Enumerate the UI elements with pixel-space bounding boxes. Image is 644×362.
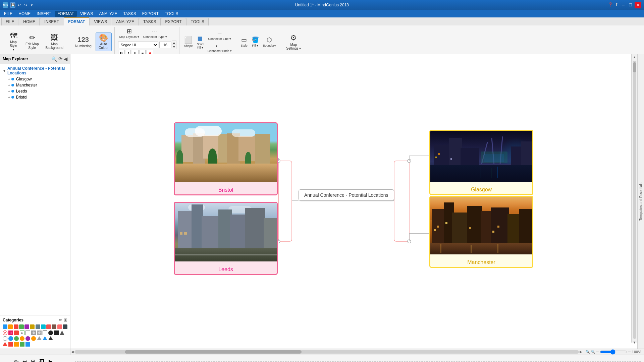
- scroll-thumb-v[interactable]: [633, 62, 636, 72]
- solid-fill-button[interactable]: ◼ SolidFill ▾: [196, 34, 205, 50]
- tree-item-manchester[interactable]: + Manchester: [0, 82, 70, 88]
- tab-insert[interactable]: INSERT: [40, 18, 63, 25]
- shape-circle-orange[interactable]: [20, 336, 24, 341]
- close-button[interactable]: ✕: [635, 2, 641, 8]
- shape-tri-dark[interactable]: [48, 336, 53, 340]
- more-tool-icon[interactable]: …: [55, 357, 63, 362]
- shape-tri-gray[interactable]: [37, 336, 42, 340]
- map-settings-button[interactable]: ⚙ MapSettings ▾: [283, 32, 304, 52]
- shape-circle-orange2[interactable]: [31, 336, 36, 341]
- shape-outline-icon[interactable]: [25, 330, 30, 335]
- shape-button[interactable]: ⬜ Shape: [183, 35, 194, 48]
- zoom-slider[interactable]: [600, 350, 627, 354]
- color-red[interactable]: [14, 324, 18, 329]
- shape-circle-purple[interactable]: [25, 336, 30, 341]
- shape-circle-green[interactable]: [14, 336, 19, 341]
- connector-line-button[interactable]: ─ Connector Line ▾: [206, 30, 233, 41]
- map-style-button[interactable]: 🗺 MapStyle ▾: [5, 31, 21, 53]
- categories-grid-icon[interactable]: ⊞: [64, 317, 67, 322]
- shape-trash-icon[interactable]: 🗑: [31, 330, 36, 335]
- color-salmon[interactable]: [57, 324, 62, 329]
- color-green[interactable]: [19, 324, 24, 329]
- node-glasgow[interactable]: Glasgow: [429, 130, 533, 195]
- color-lightred[interactable]: [46, 324, 51, 329]
- shape-trash2-icon[interactable]: 🗑: [37, 330, 42, 335]
- map-background-button[interactable]: 🖼 MapBackground: [43, 33, 66, 51]
- zoom-search-icon[interactable]: 🔍: [586, 350, 590, 354]
- scroll-thumb-h[interactable]: [125, 350, 301, 354]
- menu-tools[interactable]: TOOLS: [162, 11, 181, 17]
- node-bristol[interactable]: Bristol: [174, 122, 278, 195]
- auto-colour-button[interactable]: 🎨 AutoColour: [96, 33, 112, 51]
- shape-circle-dark[interactable]: [48, 330, 53, 335]
- menu-file[interactable]: FILE: [1, 11, 15, 17]
- tab-tasks[interactable]: TASKS: [139, 18, 160, 25]
- restore-button[interactable]: ❐: [627, 2, 634, 8]
- color-brown[interactable]: [52, 324, 56, 329]
- tab-tools[interactable]: TOOLS: [186, 18, 209, 25]
- restore-ribbon-icon[interactable]: ⬆: [614, 2, 619, 7]
- undo-icon[interactable]: ↩: [16, 2, 22, 8]
- menu-views[interactable]: VIEWS: [77, 11, 96, 17]
- shape-grid-icon[interactable]: ⊞: [20, 330, 24, 335]
- color-orange[interactable]: [8, 324, 13, 329]
- menu-insert[interactable]: INSERT: [34, 11, 54, 17]
- menu-analyze[interactable]: ANALYZE: [97, 11, 120, 17]
- canvas-area[interactable]: Annual Conference - Potential Locations: [70, 54, 644, 349]
- connector-ends-button[interactable]: ⟵ Connector Ends ▾: [206, 42, 233, 53]
- color-gray[interactable]: [36, 324, 40, 329]
- node-leeds[interactable]: Leeds: [174, 202, 278, 275]
- zoom-out-icon[interactable]: 🔍: [591, 350, 595, 354]
- edit-map-style-button[interactable]: ✏ Edit MapStyle: [23, 33, 41, 51]
- search-icon[interactable]: 🔍: [51, 56, 57, 62]
- tab-analyze[interactable]: ANALYZE: [112, 18, 139, 25]
- shape-empty-icon[interactable]: [43, 330, 47, 335]
- help-icon[interactable]: ❓: [608, 2, 613, 7]
- scroll-right-button[interactable]: ▶: [580, 350, 582, 354]
- shape-square-2[interactable]: [14, 330, 19, 335]
- shape-square-dark[interactable]: [54, 330, 59, 335]
- minimize-button[interactable]: ─: [620, 2, 627, 8]
- templates-essentials-label[interactable]: Templates and Essentials: [636, 54, 644, 349]
- scroll-up-button[interactable]: ▲: [632, 54, 637, 60]
- categories-edit-icon[interactable]: ✏: [59, 317, 62, 322]
- numbering-button[interactable]: 123 Numbering: [72, 35, 94, 49]
- font-size-up[interactable]: ▲: [172, 41, 176, 45]
- shape-sq-blue[interactable]: [25, 342, 30, 347]
- tab-home[interactable]: HOME: [19, 18, 40, 25]
- shape-tri-blue[interactable]: [43, 336, 47, 340]
- image-tool-icon[interactable]: 🖼: [38, 357, 46, 362]
- tab-views[interactable]: VIEWS: [90, 18, 112, 25]
- menu-tasks[interactable]: TASKS: [120, 11, 139, 17]
- style-button[interactable]: ▭ Style: [239, 36, 249, 48]
- font-size-input[interactable]: [159, 42, 171, 48]
- tree-item-glasgow[interactable]: + Glasgow: [0, 76, 70, 82]
- tab-export[interactable]: EXPORT: [161, 18, 186, 25]
- shape-square-1[interactable]: H: [8, 330, 13, 335]
- scroll-left-button[interactable]: ◀: [71, 350, 74, 354]
- tab-format[interactable]: FORMAT: [64, 17, 89, 25]
- color-cyan[interactable]: [41, 324, 46, 329]
- fill-button[interactable]: 🪣 Fill ▾: [250, 36, 260, 48]
- font-size-down[interactable]: ▼: [172, 45, 176, 49]
- tree-item-leeds[interactable]: + Leeds: [0, 88, 70, 94]
- connector-type-button[interactable]: ⋯ Connector Type ▾: [142, 27, 168, 39]
- tree-item-bristol[interactable]: + Bristol: [0, 94, 70, 100]
- undo-tool-icon[interactable]: ↩: [21, 357, 28, 362]
- shape-no-icon[interactable]: ⊘: [3, 330, 7, 335]
- boundary-button[interactable]: ⬡ Boundary: [262, 36, 277, 48]
- redo-icon[interactable]: ↪: [23, 2, 28, 8]
- color-purple[interactable]: [24, 324, 29, 329]
- shape-sq-red[interactable]: [8, 342, 13, 347]
- central-node[interactable]: Annual Conference - Potential Locations: [299, 189, 394, 201]
- tree-root[interactable]: ▼ Annual Conference - Potential Location…: [0, 65, 70, 76]
- grid-tool-icon[interactable]: ⊞: [30, 357, 37, 362]
- font-family-select[interactable]: Segoe UI: [118, 42, 158, 48]
- menu-home[interactable]: HOME: [16, 11, 33, 17]
- shape-circle-blue[interactable]: [8, 336, 13, 341]
- color-yellow[interactable]: [30, 324, 35, 329]
- scroll-down-button[interactable]: ▼: [632, 340, 637, 345]
- node-manchester[interactable]: Manchester: [429, 196, 533, 268]
- color-darkgray[interactable]: [63, 324, 67, 329]
- menu-export[interactable]: EXPORT: [140, 11, 161, 17]
